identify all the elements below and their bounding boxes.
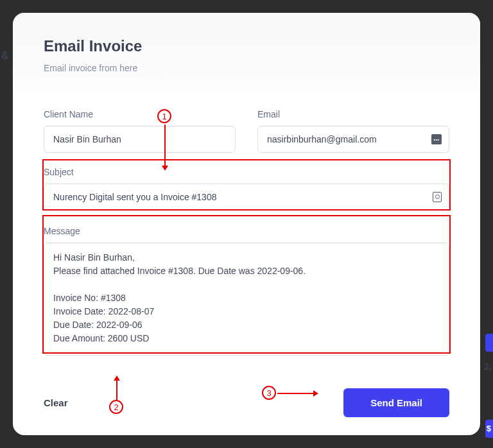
clear-button[interactable]: Clear	[44, 397, 68, 408]
email-input[interactable]	[257, 126, 449, 153]
background-text-peek-2: $	[487, 424, 491, 433]
client-name-label: Client Name	[44, 109, 236, 119]
message-label: Message	[44, 226, 449, 236]
send-email-button[interactable]: Send Email	[343, 388, 449, 417]
background-text-peek: 2,	[484, 361, 492, 372]
client-name-group: Client Name	[44, 109, 236, 153]
modal-title: Email Invoice	[44, 37, 449, 55]
email-group: Email	[257, 109, 449, 153]
email-label: Email	[257, 109, 449, 119]
background-ampersand: &	[1, 50, 9, 62]
modal-body: Client Name Email Subject Message	[13, 91, 480, 378]
modal-footer: Clear Send Email	[13, 378, 480, 435]
subject-group: Subject	[44, 166, 449, 212]
email-invoice-modal: Email Invoice Email invoice from here Cl…	[13, 13, 480, 435]
subject-input-wrap	[44, 184, 449, 211]
message-textarea[interactable]	[44, 243, 449, 356]
form-row-top: Client Name Email	[44, 109, 449, 153]
message-group: Message	[44, 225, 449, 357]
subject-label: Subject	[44, 167, 449, 177]
subject-input[interactable]	[44, 184, 449, 211]
modal-header: Email Invoice Email invoice from here	[13, 13, 480, 91]
contact-card-icon[interactable]	[433, 192, 442, 202]
background-button-peek	[485, 334, 493, 352]
autofill-icon[interactable]	[431, 134, 442, 144]
modal-subtitle: Email invoice from here	[44, 63, 449, 73]
email-input-wrap	[257, 126, 449, 153]
client-name-input[interactable]	[44, 126, 236, 153]
